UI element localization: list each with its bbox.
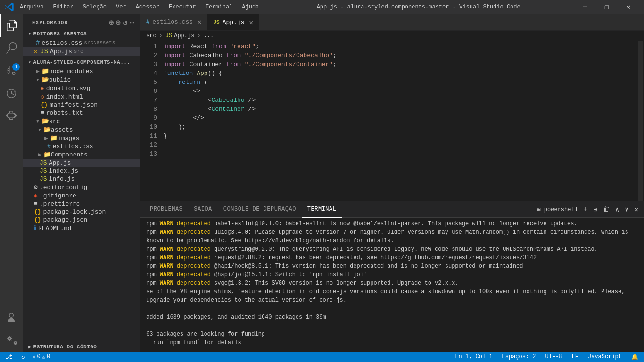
activity-search-icon[interactable] — [0, 37, 23, 59]
public-folder[interactable]: ▾ 📂 public — [23, 75, 140, 84]
minimize-panel-icon[interactable]: ∧ — [613, 205, 621, 214]
title-bar: Arquivo Editar Seleção Ver Acessar Execu… — [0, 0, 644, 14]
open-editor-estilos-css[interactable]: # estilos.css src\assets — [23, 39, 140, 47]
open-editor-app-js[interactable]: ✕ JS App.js src — [23, 47, 140, 56]
encoding-status[interactable]: UTF-8 — [544, 354, 564, 360]
panel-tab-console[interactable]: CONSOLE DE DEPURAÇÃO — [218, 201, 302, 218]
title-bar-controls[interactable]: ─ ❐ ✕ — [574, 0, 639, 14]
info-js-file[interactable]: JS info.js — [23, 175, 140, 183]
term-line-funding2: run `npm fund` for details — [146, 338, 638, 347]
indentation-status[interactable]: Espaços: 2 — [500, 354, 538, 360]
new-folder-icon[interactable]: ⊕ — [116, 18, 121, 27]
language-status[interactable]: JavaScript — [586, 354, 624, 360]
index-js-file[interactable]: JS index.js — [23, 167, 140, 175]
menu-ver[interactable]: Ver — [112, 3, 130, 11]
menu-ajuda[interactable]: Ajuda — [238, 3, 263, 11]
error-count-status[interactable]: ✕ 0 ⚠ 0 — [30, 354, 52, 361]
refresh-icon[interactable]: ↺ — [123, 18, 128, 27]
tab-app-js[interactable]: JS App.js ✕ — [207, 14, 259, 30]
package-lock-json-file[interactable]: {} package-lock.json — [23, 208, 140, 216]
outline-section[interactable]: ▶ Estrutura do Código — [23, 342, 140, 352]
package-json-file[interactable]: {} package.json — [23, 216, 140, 224]
assets-folder-icon: 📂 — [43, 126, 51, 133]
minimize-button[interactable]: ─ — [574, 0, 596, 14]
menu-selecao[interactable]: Seleção — [79, 3, 110, 11]
activity-settings-icon[interactable] — [0, 329, 23, 352]
activity-run-debug-icon[interactable] — [0, 82, 23, 105]
git-branch-status[interactable]: ⎇ — [4, 354, 16, 361]
gitignore-file[interactable]: ◈ .gitignore — [23, 191, 140, 200]
encoding-label: UTF-8 — [545, 354, 562, 360]
src-folder[interactable]: ▾ 📂 src — [23, 117, 140, 125]
split-terminal-icon[interactable]: ⊞ — [591, 205, 599, 214]
manifest-json-file[interactable]: {} manifest.json — [23, 101, 140, 109]
sidebar-header-icons[interactable]: ⊕ ⊕ ↺ ⋯ — [109, 18, 135, 27]
app-js-file[interactable]: JS App.js — [23, 159, 140, 167]
open-editors-section[interactable]: ▾ Editores Abertos — [23, 29, 140, 39]
add-terminal-icon[interactable]: + — [582, 205, 589, 214]
estilos-css-file[interactable]: # estilos.css — [23, 142, 140, 150]
feedback-status[interactable]: 🔔 — [629, 354, 640, 361]
node-modules-folder[interactable]: ▶ 📁 node_modules — [23, 67, 140, 75]
error-count: 0 — [37, 354, 40, 360]
menu-executar[interactable]: Executar — [165, 3, 200, 11]
sync-status[interactable]: ↻ — [19, 354, 26, 361]
status-bar-left: ⎇ ↻ ✕ 0 ⚠ 0 — [4, 354, 52, 361]
term-line-added: added 1639 packages, and audited 1640 pa… — [146, 313, 638, 321]
editorconfig-file[interactable]: ⚙ .editorconfig — [23, 183, 140, 191]
src-folder-icon: 📂 — [41, 117, 49, 125]
cursor-position-status[interactable]: Ln 1, Col 1 — [453, 354, 494, 360]
vscode-logo-icon — [5, 2, 14, 12]
assets-folder[interactable]: ▾ 📂 assets — [23, 125, 140, 134]
activity-account-icon[interactable] — [0, 306, 23, 329]
menu-terminal[interactable]: Terminal — [202, 3, 237, 11]
images-folder[interactable]: ▶ 📁 images — [23, 134, 140, 142]
js-file-icon: JS — [40, 48, 48, 55]
tab-estilos-close-icon[interactable]: ✕ — [198, 18, 201, 26]
close-panel-icon[interactable]: ✕ — [633, 205, 640, 214]
panel-tab-problemas[interactable]: PROBLEMAS — [144, 201, 188, 218]
term-line-blank2 — [146, 321, 638, 330]
panel-tab-saida[interactable]: SAÍDA — [188, 201, 218, 218]
tab-estilos-css[interactable]: # estilos.css ✕ — [140, 14, 207, 30]
trash-terminal-icon[interactable]: 🗑 — [601, 205, 611, 214]
src-folder-label: src — [49, 118, 60, 125]
maximize-panel-icon[interactable]: ∨ — [623, 205, 630, 214]
images-folder-icon: 📁 — [50, 134, 58, 142]
prettierrc-file[interactable]: ≡ .prettierrc — [23, 200, 140, 208]
collapse-icon[interactable]: ⋯ — [130, 18, 135, 27]
tab-app-js-close-icon[interactable]: ✕ — [249, 18, 253, 26]
gitignore-icon: ◈ — [34, 192, 38, 199]
activity-explorer-icon[interactable] — [0, 14, 23, 37]
menu-arquivo[interactable]: Arquivo — [16, 3, 47, 11]
components-folder-label: Components — [51, 151, 88, 158]
donation-svg-label: donation.svg — [46, 85, 91, 92]
close-button[interactable]: ✕ — [618, 0, 639, 14]
index-html-file[interactable]: ◇ index.html — [23, 92, 140, 101]
breadcrumb-dots[interactable]: ... — [204, 33, 214, 39]
components-folder[interactable]: ▶ 📁 Components — [23, 150, 140, 159]
title-bar-menu[interactable]: Arquivo Editar Seleção Ver Acessar Execu… — [16, 3, 263, 11]
robots-txt-file[interactable]: ≡ robots.txt — [23, 109, 140, 117]
new-file-icon[interactable]: ⊕ — [109, 18, 114, 27]
restore-button[interactable]: ❐ — [596, 0, 618, 14]
breadcrumb-appjs[interactable]: App.js — [174, 33, 194, 39]
menu-editar[interactable]: Editar — [49, 3, 77, 11]
menu-acessar[interactable]: Acessar — [132, 3, 163, 11]
donation-svg-file[interactable]: ◈ donation.svg — [23, 84, 140, 92]
breadcrumb-js-icon: JS — [165, 33, 172, 39]
project-section[interactable]: ▾ ALURA-STYLED-COMPONENTS-MA... — [23, 58, 140, 67]
code-area[interactable]: import React from "react"; import Cabeca… — [162, 41, 637, 201]
breadcrumb-src[interactable]: src — [146, 33, 157, 39]
js-file-close-icon: ✕ — [34, 48, 37, 55]
activity-source-control-icon[interactable]: 1 — [0, 59, 23, 82]
panel-actions[interactable]: ⊞ powershell + ⊞ 🗑 ∧ ∨ ✕ — [535, 205, 640, 214]
terminal-content[interactable]: npm WARN deprecated babel-eslint@10.1.0:… — [140, 218, 644, 352]
code-editor[interactable]: 12345 678910 111213 import React from "r… — [140, 41, 644, 201]
activity-extensions-icon[interactable] — [0, 105, 23, 127]
cursor-position-label: Ln 1, Col 1 — [455, 354, 492, 360]
line-ending-status[interactable]: LF — [570, 354, 580, 360]
panel-tab-terminal[interactable]: TERMINAL — [302, 201, 342, 218]
readme-md-file[interactable]: ℹ README.md — [23, 224, 140, 232]
editor-scrollbar[interactable] — [637, 41, 644, 201]
